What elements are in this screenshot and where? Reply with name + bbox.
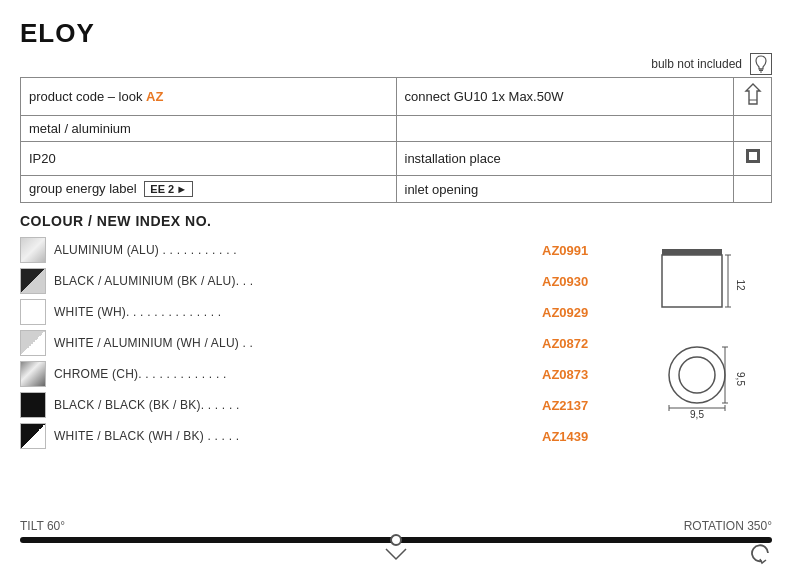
rect-diagram: 12 [642, 243, 752, 323]
tilt-arrows [376, 545, 416, 563]
circle-diagram: 9,5 9,5 [642, 340, 752, 420]
bulb-icon [750, 53, 772, 75]
list-item: BLACK / ALUMINIUM (BK / ALU). . . AZ0930 [20, 268, 602, 294]
svg-rect-6 [749, 152, 757, 160]
svg-marker-3 [746, 84, 760, 104]
swatch-bk-bk [20, 392, 46, 418]
colour-label: BLACK / BLACK (BK / BK). . . . . . [54, 398, 534, 412]
svg-point-13 [669, 347, 725, 403]
rotation-arrow [748, 543, 772, 565]
swatch-wh-alu [20, 330, 46, 356]
table-row-3: IP20 installation place [21, 142, 772, 176]
swatch-bk-alu [20, 268, 46, 294]
lamp-icon-cell [734, 78, 772, 116]
svg-rect-7 [662, 249, 722, 255]
colour-section-title: COLOUR / NEW INDEX NO. [20, 213, 772, 229]
table-row-4: group energy label EE 2 ► inlet opening [21, 176, 772, 203]
material-cell: metal / aluminium [21, 116, 397, 142]
az-code: AZ [146, 89, 163, 104]
square-icon-cell [734, 142, 772, 176]
colour-label: WHITE / ALUMINIUM (WH / ALU) . . [54, 336, 534, 350]
list-item: WHITE (WH). . . . . . . . . . . . . . AZ… [20, 299, 602, 325]
colour-code: AZ2137 [542, 398, 602, 413]
info-table: product code – look AZ connect GU10 1x M… [20, 77, 772, 203]
inlet-cell: inlet opening [396, 176, 734, 203]
tilt-label: TILT 60° [20, 519, 65, 533]
list-item: WHITE / BLACK (WH / BK) . . . . . AZ1439 [20, 423, 602, 449]
diagram-area: 12 9,5 9 [622, 237, 772, 454]
energy-label-cell: group energy label EE 2 ► [21, 176, 397, 203]
table-row-2: metal / aluminium [21, 116, 772, 142]
svg-point-14 [679, 357, 715, 393]
colour-label: WHITE / BLACK (WH / BK) . . . . . [54, 429, 534, 443]
list-item: WHITE / ALUMINIUM (WH / ALU) . . AZ0872 [20, 330, 602, 356]
colour-label: ALUMINIUM (ALU) . . . . . . . . . . . [54, 243, 534, 257]
colour-code: AZ0872 [542, 336, 602, 351]
svg-text:9,5: 9,5 [735, 372, 746, 386]
colour-code: AZ0991 [542, 243, 602, 258]
tilt-rotation-bar: TILT 60° ROTATION 350° [20, 519, 772, 565]
swatch-wh-bk [20, 423, 46, 449]
installation-cell: installation place [396, 142, 734, 176]
rotation-label: ROTATION 350° [684, 519, 772, 533]
svg-rect-8 [662, 255, 722, 307]
product-title: ELOY [20, 18, 772, 49]
colour-code: AZ0929 [542, 305, 602, 320]
colour-code: AZ0873 [542, 367, 602, 382]
connect-cell: connect GU10 1x Max.50W [396, 78, 734, 116]
svg-text:12: 12 [735, 279, 746, 291]
table-row-1: product code – look AZ connect GU10 1x M… [21, 78, 772, 116]
svg-text:9,5: 9,5 [690, 409, 704, 420]
tilt-track [20, 537, 772, 543]
swatch-chrome [20, 361, 46, 387]
product-code-cell: product code – look AZ [21, 78, 397, 116]
colour-section: ALUMINIUM (ALU) . . . . . . . . . . . AZ… [20, 237, 772, 454]
colour-code: AZ0930 [542, 274, 602, 289]
ip-cell: IP20 [21, 142, 397, 176]
colour-list: ALUMINIUM (ALU) . . . . . . . . . . . AZ… [20, 237, 602, 454]
list-item: CHROME (CH). . . . . . . . . . . . . AZ0… [20, 361, 602, 387]
swatch-white [20, 299, 46, 325]
colour-label: BLACK / ALUMINIUM (BK / ALU). . . [54, 274, 534, 288]
list-item: BLACK / BLACK (BK / BK). . . . . . AZ213… [20, 392, 602, 418]
colour-label: WHITE (WH). . . . . . . . . . . . . . [54, 305, 534, 319]
colour-label: CHROME (CH). . . . . . . . . . . . . [54, 367, 534, 381]
colour-code: AZ1439 [542, 429, 602, 444]
list-item: ALUMINIUM (ALU) . . . . . . . . . . . AZ… [20, 237, 602, 263]
energy-badge: EE 2 ► [144, 181, 193, 197]
swatch-alu [20, 237, 46, 263]
bulb-label: bulb not included [651, 57, 742, 71]
